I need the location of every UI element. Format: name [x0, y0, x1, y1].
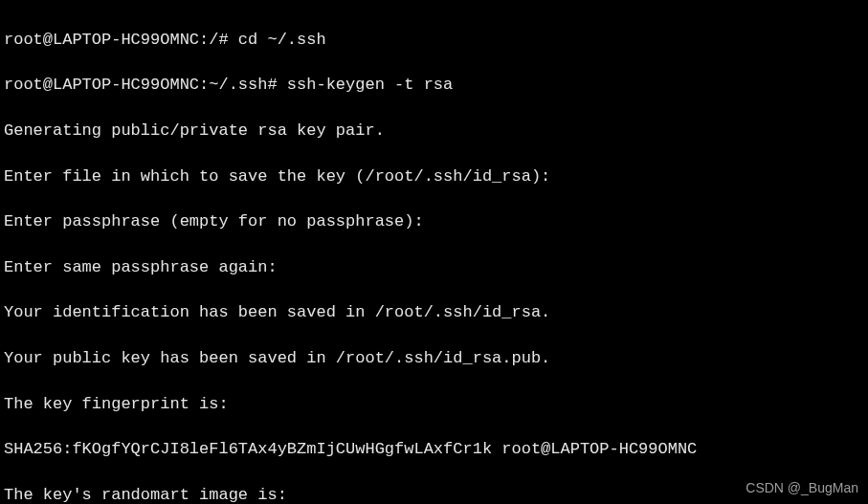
terminal-line: Generating public/private rsa key pair. [4, 120, 864, 142]
terminal-line: Your identification has been saved in /r… [4, 301, 864, 324]
terminal-line: SHA256:fKOgfYQrCJI8leFl6TAx4yBZmIjCUwHGg… [4, 438, 864, 461]
terminal-line: Enter passphrase (empty for no passphras… [4, 210, 864, 233]
terminal-line: Your public key has been saved in /root/… [4, 347, 864, 370]
terminal-line: root@LAPTOP-HC99OMNC:/# cd ~/.ssh [4, 29, 864, 52]
watermark-text: CSDN @_BugMan [746, 479, 858, 498]
terminal-line: Enter same passphrase again: [4, 256, 864, 279]
terminal-line: The key's randomart image is: [4, 484, 864, 504]
terminal-line: Enter file in which to save the key (/ro… [4, 165, 864, 188]
terminal-line: The key fingerprint is: [4, 393, 864, 416]
terminal-line: root@LAPTOP-HC99OMNC:~/.ssh# ssh-keygen … [4, 74, 864, 97]
terminal-output[interactable]: root@LAPTOP-HC99OMNC:/# cd ~/.ssh root@L… [4, 6, 864, 504]
